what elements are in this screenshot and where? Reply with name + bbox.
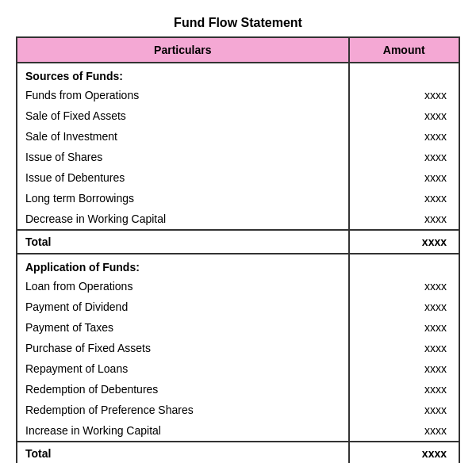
sources-item-value: xxxx (349, 126, 460, 147)
fund-flow-table: Particulars Amount Sources of Funds: Fun… (16, 36, 460, 463)
application-item-value: xxxx (349, 358, 460, 379)
sources-heading-row: Sources of Funds: (17, 63, 459, 85)
application-item-label: Redemption of Preference Shares (17, 400, 349, 420)
sources-item-value: xxxx (349, 209, 460, 230)
sources-item-value: xxxx (349, 147, 460, 167)
sources-item-label: Funds from Operations (17, 85, 349, 105)
application-item-label: Redemption of Debentures (17, 379, 349, 400)
application-item-label: Increase in Working Capital (17, 420, 349, 442)
application-item-row: Redemption of Preference Shares xxxx (17, 400, 459, 420)
application-item-value: xxxx (349, 317, 460, 338)
sources-item-row: Funds from Operations xxxx (17, 85, 459, 105)
sources-item-row: Sale of Investment xxxx (17, 126, 459, 147)
sources-item-value: xxxx (349, 85, 460, 105)
sources-item-value: xxxx (349, 167, 460, 188)
application-item-row: Purchase of Fixed Assets xxxx (17, 338, 459, 358)
application-item-row: Payment of Taxes xxxx (17, 317, 459, 338)
application-item-value: xxxx (349, 379, 460, 400)
application-item-label: Purchase of Fixed Assets (17, 338, 349, 358)
application-total-label: Total (17, 442, 349, 463)
header-particulars: Particulars (17, 37, 349, 63)
sources-item-row: Sale of Fixed Assets xxxx (17, 105, 459, 126)
table-header-row: Particulars Amount (17, 37, 459, 63)
application-total-value: xxxx (349, 442, 460, 463)
sources-item-value: xxxx (349, 105, 460, 126)
sources-item-row: Issue of Debentures xxxx (17, 167, 459, 188)
sources-total-row: Total xxxx (17, 230, 459, 254)
sources-item-row: Decrease in Working Capital xxxx (17, 209, 459, 230)
application-item-label: Payment of Taxes (17, 317, 349, 338)
sources-item-row: Long term Borrowings xxxx (17, 188, 459, 209)
application-item-row: Payment of Dividend xxxx (17, 297, 459, 317)
application-heading-row: Application of Funds: (17, 254, 459, 276)
application-item-value: xxxx (349, 420, 460, 442)
sources-item-label: Sale of Fixed Assets (17, 105, 349, 126)
page-title: Fund Flow Statement (16, 16, 460, 30)
application-item-value: xxxx (349, 338, 460, 358)
application-heading-amount (349, 254, 460, 276)
application-item-row: Redemption of Debentures xxxx (17, 379, 459, 400)
application-item-label: Loan from Operations (17, 276, 349, 297)
application-item-label: Repayment of Loans (17, 358, 349, 379)
main-container: Fund Flow Statement Particulars Amount S… (16, 16, 460, 463)
application-item-value: xxxx (349, 297, 460, 317)
application-item-label: Payment of Dividend (17, 297, 349, 317)
sources-item-label: Sale of Investment (17, 126, 349, 147)
application-item-row: Loan from Operations xxxx (17, 276, 459, 297)
application-item-value: xxxx (349, 276, 460, 297)
header-amount: Amount (349, 37, 460, 63)
sources-total-label: Total (17, 230, 349, 254)
application-item-row: Increase in Working Capital xxxx (17, 420, 459, 442)
sources-item-label: Long term Borrowings (17, 188, 349, 209)
application-total-row: Total xxxx (17, 442, 459, 463)
application-heading-label: Application of Funds: (17, 254, 349, 276)
sources-heading-label: Sources of Funds: (17, 63, 349, 85)
application-item-value: xxxx (349, 400, 460, 420)
sources-item-label: Issue of Debentures (17, 167, 349, 188)
sources-total-value: xxxx (349, 230, 460, 254)
sources-item-row: Issue of Shares xxxx (17, 147, 459, 167)
sources-item-label: Issue of Shares (17, 147, 349, 167)
sources-item-label: Decrease in Working Capital (17, 209, 349, 230)
application-item-row: Repayment of Loans xxxx (17, 358, 459, 379)
sources-heading-amount (349, 63, 460, 85)
sources-item-value: xxxx (349, 188, 460, 209)
